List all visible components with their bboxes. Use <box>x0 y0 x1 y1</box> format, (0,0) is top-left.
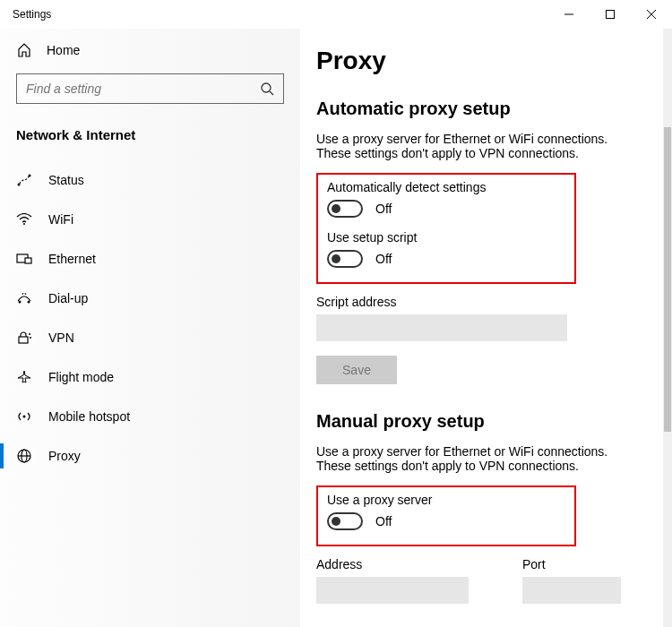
titlebar: Settings <box>0 0 672 29</box>
svg-point-11 <box>19 301 22 304</box>
caption-controls <box>548 0 672 29</box>
sidebar-item-label: VPN <box>48 331 74 345</box>
home-icon <box>16 43 32 57</box>
wifi-icon <box>16 213 32 226</box>
auto-section-description: Use a proxy server for Ethernet or WiFi … <box>316 132 639 160</box>
scrollbar-thumb[interactable] <box>664 127 671 432</box>
manual-address-label: Address <box>316 557 469 571</box>
use-proxy-toggle[interactable] <box>327 512 363 530</box>
auto-detect-label: Automatically detect settings <box>327 180 565 194</box>
vertical-scrollbar[interactable] <box>663 29 672 627</box>
highlight-auto-toggles: Automatically detect settings Off Use se… <box>316 173 576 284</box>
ethernet-icon <box>16 253 32 265</box>
status-icon <box>16 173 32 187</box>
auto-detect-state: Off <box>375 202 392 216</box>
sidebar-item-label: Status <box>48 173 84 187</box>
manual-section-description: Use a proxy server for Ethernet or WiFi … <box>316 444 639 473</box>
sidebar-item-proxy[interactable]: Proxy <box>0 436 300 476</box>
sidebar-item-ethernet[interactable]: Ethernet <box>0 239 300 279</box>
sidebar-item-mobile-hotspot[interactable]: Mobile hotspot <box>0 397 300 436</box>
svg-point-18 <box>23 416 26 418</box>
svg-rect-1 <box>607 11 615 19</box>
nav-list: Status WiFi Ethernet Dial-up <box>0 155 300 476</box>
svg-line-14 <box>25 293 26 295</box>
search-box[interactable] <box>16 73 284 104</box>
svg-point-16 <box>29 333 30 335</box>
svg-line-13 <box>22 293 23 295</box>
svg-point-12 <box>28 301 30 304</box>
highlight-manual-toggle: Use a proxy server Off <box>316 485 576 546</box>
home-label: Home <box>47 43 80 57</box>
dialup-icon <box>16 292 32 305</box>
manual-port-label: Port <box>522 557 621 571</box>
use-proxy-state: Off <box>375 514 392 528</box>
home-nav[interactable]: Home <box>0 36 300 64</box>
sidebar-item-flight-mode[interactable]: Flight mode <box>0 357 300 397</box>
svg-point-4 <box>262 83 271 92</box>
sidebar-item-label: Dial-up <box>48 291 88 305</box>
script-address-label: Script address <box>316 295 659 309</box>
svg-point-8 <box>23 223 25 225</box>
setup-script-toggle[interactable] <box>327 250 363 268</box>
sidebar-item-label: Proxy <box>48 449 81 463</box>
use-proxy-label: Use a proxy server <box>327 493 565 507</box>
page-title: Proxy <box>316 47 659 75</box>
setup-script-label: Use setup script <box>327 230 565 245</box>
manual-section-heading: Manual proxy setup <box>316 411 659 432</box>
svg-line-5 <box>270 91 273 95</box>
manual-port-input[interactable] <box>522 577 621 604</box>
script-address-input[interactable] <box>316 314 567 341</box>
close-button[interactable] <box>631 0 672 29</box>
svg-rect-10 <box>25 258 31 263</box>
search-input[interactable] <box>26 82 260 96</box>
sidebar-item-dialup[interactable]: Dial-up <box>0 279 300 318</box>
maximize-button[interactable] <box>590 0 631 29</box>
sidebar-item-status[interactable]: Status <box>0 160 300 200</box>
sidebar-item-label: Mobile hotspot <box>48 409 130 424</box>
auto-detect-toggle[interactable] <box>327 200 363 218</box>
category-heading: Network & Internet <box>0 109 300 155</box>
vpn-icon <box>16 331 32 344</box>
save-button[interactable]: Save <box>316 356 397 384</box>
airplane-icon <box>16 370 32 384</box>
auto-section-heading: Automatic proxy setup <box>316 99 659 119</box>
sidebar-item-label: Flight mode <box>48 370 114 384</box>
window-title: Settings <box>13 8 51 21</box>
sidebar-item-label: Ethernet <box>48 252 96 266</box>
sidebar-item-label: WiFi <box>48 212 73 227</box>
minimize-button[interactable] <box>548 0 590 29</box>
manual-address-input[interactable] <box>316 577 469 604</box>
svg-point-17 <box>30 337 31 339</box>
hotspot-icon <box>16 410 32 423</box>
sidebar-item-wifi[interactable]: WiFi <box>0 200 300 239</box>
proxy-icon <box>16 449 32 463</box>
content-pane: Proxy Automatic proxy setup Use a proxy … <box>300 29 672 627</box>
svg-rect-15 <box>19 337 28 343</box>
sidebar-item-vpn[interactable]: VPN <box>0 318 300 357</box>
search-icon <box>260 82 274 96</box>
setup-script-state: Off <box>375 252 392 266</box>
sidebar: Home Network & Internet Status <box>0 29 300 627</box>
